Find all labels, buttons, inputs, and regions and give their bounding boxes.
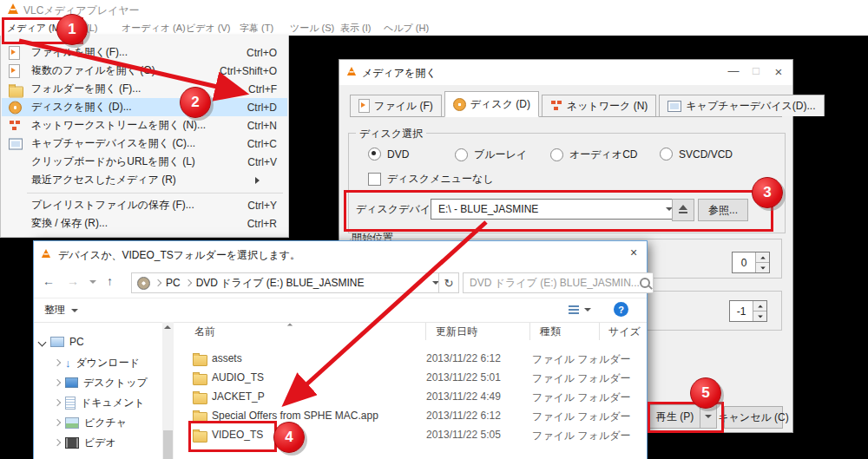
- sidebar-item-documents[interactable]: ドキュメント: [55, 393, 145, 412]
- dialog-title: メディアを開く: [362, 66, 437, 81]
- documents-icon: [65, 397, 76, 410]
- column-header-name[interactable]: 名前: [194, 325, 215, 339]
- menubar-view[interactable]: 表示 (I): [340, 22, 371, 35]
- sidebar-item-pc[interactable]: PC: [39, 332, 84, 351]
- folder-tree-sidebar: PC ダウンロード デスクトップ ドキュメント ピクチャ ビデオ: [34, 322, 162, 459]
- column-header-size[interactable]: サイズ: [608, 325, 641, 339]
- explorer-titlebar: デバイスか、VIDEO_TSフォルダーを選択します。 ×: [34, 241, 647, 267]
- menu-item-recent-media[interactable]: 最近アクセスしたメディア (R): [2, 171, 287, 189]
- radio-bluray[interactable]: ブルーレイ: [455, 148, 527, 162]
- radio-icon: [550, 148, 563, 161]
- media-menu-popup: ファイルを開く(F)...Ctrl+O 複数のファイルを開く (O)...Ctr…: [0, 36, 289, 238]
- menu-item-open-folder[interactable]: フォルダーを開く (F)...Ctrl+F: [2, 80, 287, 98]
- view-mode-icon[interactable]: [569, 305, 579, 314]
- file-row-audio-ts[interactable]: AUDIO_TS2013/11/22 5:01ファイル フォルダー: [174, 368, 647, 387]
- explorer-body: PC ダウンロード デスクトップ ドキュメント ピクチャ ビデオ 名前 更新日時…: [34, 322, 647, 459]
- tab-capture-device[interactable]: キャプチャーデバイス(D)...: [659, 95, 824, 116]
- tab-file[interactable]: ファイル (F): [350, 95, 442, 116]
- breadcrumb-drive[interactable]: DVD ドライブ (E:) BLUE_JASMINE: [196, 276, 365, 291]
- up-button[interactable]: ↑: [107, 274, 113, 288]
- maximize-button[interactable]: □: [747, 64, 765, 77]
- vlc-window-title: VLCメディアプレイヤー: [23, 3, 140, 18]
- forward-button[interactable]: →: [67, 274, 79, 288]
- column-header-date[interactable]: 更新日時: [436, 325, 477, 339]
- radio-dvd[interactable]: DVD: [368, 148, 409, 161]
- dialog-tabstrip: ファイル (F) ディスク (D) ネットワーク (N) キャプチャーデバイス(…: [350, 91, 782, 117]
- view-dropdown-icon[interactable]: [584, 308, 591, 311]
- menu-item-save-playlist[interactable]: プレイリストファイルの保存 (F)...Ctrl+Y: [2, 196, 287, 214]
- audio-track-spinbox[interactable]: -1: [729, 300, 767, 322]
- chevron-collapsed-icon: [54, 419, 61, 426]
- highlight-box-disc-device: [344, 190, 773, 232]
- sidebar-item-downloads[interactable]: ダウンロード: [55, 353, 140, 372]
- menu-item-open-network-stream[interactable]: ネットワークストリームを開く (N)...Ctrl+N: [2, 116, 287, 134]
- help-icon[interactable]: [614, 302, 628, 317]
- chevron-down-icon: [71, 309, 78, 312]
- spin-up-button[interactable]: [753, 301, 766, 311]
- spin-up-button[interactable]: [756, 252, 769, 263]
- menu-item-open-disc[interactable]: ディスクを開く (D)...Ctrl+D: [2, 98, 287, 116]
- refresh-button[interactable]: ↻: [438, 272, 459, 293]
- sidebar-item-videos[interactable]: ビデオ: [55, 433, 116, 452]
- close-button[interactable]: ×: [622, 246, 645, 263]
- column-header-type[interactable]: 種類: [540, 325, 561, 339]
- menu-item-open-capture-device[interactable]: キャプチャーデバイスを開く (C)...Ctrl+C: [2, 134, 287, 153]
- organize-button[interactable]: 整理: [44, 303, 78, 318]
- back-button[interactable]: ←: [43, 274, 55, 288]
- title-spinbox[interactable]: 0: [732, 252, 770, 273]
- checkbox-no-disc-menu[interactable]: ディスクメニューなし: [368, 172, 494, 187]
- folder-picker-window: デバイスか、VIDEO_TSフォルダーを選択します。 × ← → ↑ PC DV…: [33, 240, 648, 459]
- vlc-window-titlebar: VLCメディアプレイヤー メディア (M) 再生 (L) オーディオ (A) ビ…: [0, 0, 868, 36]
- scroll-up-icon[interactable]: [164, 325, 171, 329]
- vlc-cone-icon: [347, 67, 356, 75]
- breadcrumb-separator-icon: [184, 279, 191, 286]
- close-button[interactable]: ×: [770, 64, 787, 79]
- menu-item-open-multiple-files[interactable]: 複数のファイルを開く (O)...Ctrl+Shift+O: [2, 62, 287, 80]
- chevron-collapsed-icon: [54, 399, 61, 406]
- search-input[interactable]: DVD ドライブ (E:) BLUE_JASMIN...: [463, 272, 654, 293]
- breadcrumb-pc[interactable]: PC: [166, 277, 181, 289]
- menubar-audio[interactable]: オーディオ (A): [122, 22, 186, 35]
- radio-svcd-vcd[interactable]: SVCD/VCD: [660, 148, 733, 161]
- radio-icon: [660, 148, 673, 161]
- tab-network[interactable]: ネットワーク (N): [542, 95, 656, 116]
- step-badge-2: 2: [180, 87, 211, 118]
- folder-icon: [193, 374, 207, 385]
- minimize-button[interactable]: —: [725, 64, 742, 77]
- spin-down-button[interactable]: [756, 263, 769, 272]
- cancel-button[interactable]: キャンセル (C): [724, 406, 783, 429]
- step-badge-1: 1: [56, 14, 88, 45]
- menubar-video[interactable]: ビデオ (V): [186, 22, 231, 35]
- scrollbar-thumb[interactable]: [163, 430, 173, 459]
- menu-item-open-file[interactable]: ファイルを開く(F)...Ctrl+O: [2, 43, 287, 62]
- column-divider: [599, 323, 600, 340]
- step-badge-5: 5: [690, 377, 721, 409]
- chevron-collapsed-icon: [54, 439, 61, 446]
- highlight-box-video-ts: [188, 421, 277, 452]
- menubar-help[interactable]: ヘルプ (H): [384, 22, 429, 35]
- dvd-drive-icon: [137, 277, 150, 290]
- checkbox-icon: [368, 173, 381, 186]
- menu-separator: [27, 193, 283, 193]
- arrow-down-icon: [758, 315, 763, 318]
- sidebar-scrollbar[interactable]: [162, 322, 174, 459]
- file-row-jacket-p[interactable]: JACKET_P2013/11/22 4:49ファイル フォルダー: [174, 387, 647, 406]
- column-divider: [529, 323, 530, 340]
- folder-icon: [193, 393, 207, 404]
- sidebar-item-desktop[interactable]: デスクトップ: [55, 373, 148, 392]
- radio-icon: [368, 148, 381, 161]
- menubar-tools[interactable]: ツール (S): [290, 22, 334, 35]
- sidebar-item-pictures[interactable]: ピクチャ: [55, 413, 127, 432]
- spin-down-button[interactable]: [753, 311, 766, 321]
- menu-item-open-url-from-clipboard[interactable]: クリップボードからURLを開く (L)Ctrl+V: [2, 153, 287, 171]
- history-dropdown-icon[interactable]: [89, 280, 96, 284]
- file-row-assets[interactable]: assets2013/11/22 6:12ファイル フォルダー: [174, 349, 647, 368]
- tab-disc[interactable]: ディスク (D): [444, 91, 539, 117]
- vlc-logo-icon: [8, 3, 18, 14]
- menu-item-convert-save[interactable]: 変換 / 保存 (R)...Ctrl+R: [2, 214, 287, 233]
- radio-icon: [455, 148, 468, 161]
- screenshot-root: VLCメディアプレイヤー メディア (M) 再生 (L) オーディオ (A) ビ…: [0, 0, 868, 459]
- radio-audio-cd[interactable]: オーディオCD: [550, 148, 637, 162]
- address-bar[interactable]: PC DVD ドライブ (E:) BLUE_JASMINE: [131, 272, 445, 293]
- menubar-subtitle[interactable]: 字幕 (T): [240, 22, 273, 35]
